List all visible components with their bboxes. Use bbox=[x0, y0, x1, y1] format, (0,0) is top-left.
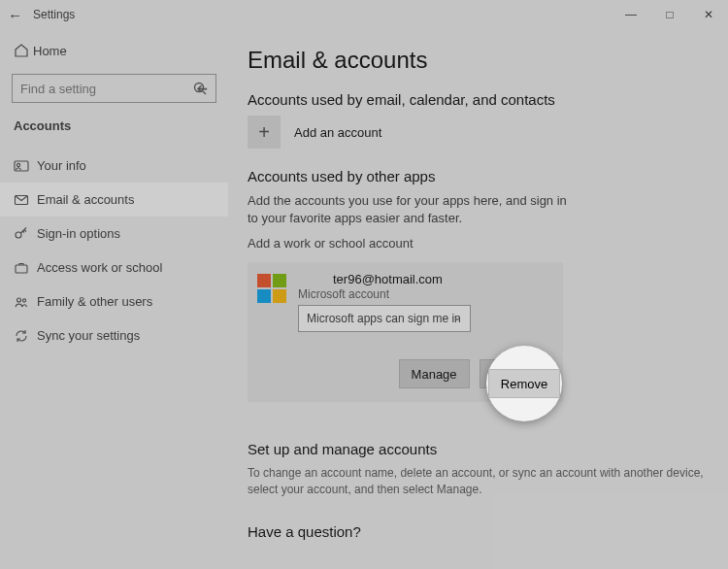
sidebar-item-label: Email & accounts bbox=[37, 192, 134, 207]
signin-option-value: Microsoft apps can sign me in bbox=[307, 312, 461, 325]
sidebar-item-label: Family & other users bbox=[37, 294, 152, 309]
window-title: Settings bbox=[33, 8, 75, 21]
sidebar-item-access-work-school[interactable]: Access work or school bbox=[0, 251, 228, 284]
search-field[interactable] bbox=[20, 82, 208, 96]
svg-line-1 bbox=[203, 91, 207, 95]
add-work-school-link[interactable]: Add a work or school account bbox=[248, 236, 711, 251]
key-icon bbox=[14, 226, 37, 242]
section-desc-setup-manage: To change an account name, delete an acc… bbox=[248, 465, 711, 498]
svg-point-0 bbox=[195, 84, 204, 92]
page-title: Email & accounts bbox=[248, 47, 711, 74]
sidebar-item-label: Sync your settings bbox=[37, 328, 140, 343]
sidebar-item-label: Sign-in options bbox=[37, 226, 120, 241]
sidebar-item-label: Your info bbox=[37, 158, 86, 173]
svg-point-8 bbox=[22, 298, 25, 301]
search-input[interactable]: ➔︎ bbox=[12, 74, 216, 103]
home-nav[interactable]: Home bbox=[0, 33, 228, 68]
plus-icon: + bbox=[248, 116, 281, 149]
sidebar-item-family-other-users[interactable]: Family & other users bbox=[0, 284, 228, 318]
sidebar-item-your-info[interactable]: Your info bbox=[0, 149, 228, 183]
remove-button[interactable]: Remove bbox=[480, 359, 551, 388]
person-card-icon bbox=[14, 158, 37, 174]
sidebar-item-signin-options[interactable]: Sign-in options bbox=[0, 217, 228, 251]
minimize-button[interactable]: — bbox=[612, 0, 650, 29]
mail-icon bbox=[14, 192, 37, 208]
section-title-question: Have a question? bbox=[248, 523, 711, 540]
signin-option-select[interactable]: Microsoft apps can sign me in bbox=[298, 305, 471, 332]
sync-icon bbox=[14, 328, 37, 344]
people-icon bbox=[14, 294, 37, 310]
section-title-email-calendar: Accounts used by email, calendar, and co… bbox=[248, 91, 711, 108]
svg-rect-6 bbox=[16, 265, 27, 273]
home-label: Home bbox=[33, 44, 67, 58]
maximize-button[interactable]: □ bbox=[650, 0, 689, 29]
svg-point-7 bbox=[17, 298, 21, 302]
search-icon bbox=[192, 81, 208, 99]
sidebar-group-header: Accounts bbox=[0, 111, 228, 139]
section-desc-other-apps: Add the accounts you use for your apps h… bbox=[248, 192, 578, 226]
microsoft-logo-icon bbox=[257, 274, 286, 303]
add-account-row[interactable]: + Add an account bbox=[248, 116, 711, 149]
section-title-setup-manage: Set up and manage accounts bbox=[248, 441, 711, 457]
home-icon bbox=[14, 43, 33, 58]
account-email: ter96@hotmail.com bbox=[298, 272, 471, 286]
account-card[interactable]: ter96@hotmail.com Microsoft account Micr… bbox=[248, 262, 563, 402]
svg-point-3 bbox=[17, 163, 19, 166]
back-button[interactable]: ← bbox=[8, 7, 27, 23]
svg-point-5 bbox=[16, 232, 21, 238]
manage-button[interactable]: Manage bbox=[399, 359, 470, 388]
sidebar-item-email-accounts[interactable]: Email & accounts bbox=[0, 183, 228, 217]
close-button[interactable]: ✕ bbox=[689, 0, 728, 29]
sidebar-item-label: Access work or school bbox=[37, 260, 162, 275]
add-account-label: Add an account bbox=[294, 125, 381, 140]
sidebar-item-sync-settings[interactable]: Sync your settings bbox=[0, 318, 228, 352]
account-type: Microsoft account bbox=[298, 287, 471, 301]
briefcase-icon bbox=[14, 260, 37, 276]
section-title-other-apps: Accounts used by other apps bbox=[248, 168, 711, 184]
